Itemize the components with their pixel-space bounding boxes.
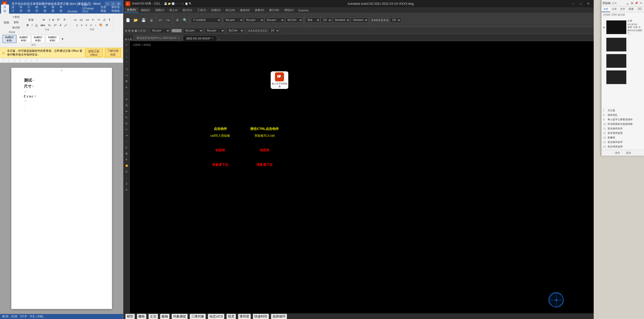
cad-menu-insert[interactable]: 插入(I)	[167, 8, 180, 13]
cad-menu-format[interactable]: 格式(O)	[180, 8, 195, 13]
font-name-cad[interactable]: 黑体	[305, 18, 320, 23]
copy-btn[interactable]: 复制	[11, 20, 21, 25]
clip-text-14[interactable]: 14 安全操作技术	[603, 140, 642, 144]
cad-tool-hatch[interactable]: ⊞	[124, 78, 129, 84]
cad-tool-text[interactable]: A	[124, 84, 129, 90]
cad-tool-explode[interactable]: 💥	[124, 163, 129, 168]
cad-menu-window[interactable]: 窗口(W)	[267, 8, 282, 13]
clip-text-10[interactable]: 10 作业现场安全急患排除	[603, 122, 642, 126]
tab-new-btn[interactable]: ⊕	[125, 38, 127, 41]
clipboard-add-btn[interactable]: 添加	[624, 151, 632, 155]
cad-doc-tab-2-close[interactable]: ✕	[212, 37, 214, 40]
cad-doc-tab-1-close[interactable]: ✕	[177, 37, 179, 39]
cad-tool-rect[interactable]: ▭	[124, 72, 129, 78]
clipboard-close-btn[interactable]: ✕	[639, 1, 643, 5]
status-grid[interactable]: 栅格	[137, 314, 146, 319]
cad-tool-scale[interactable]: ⊡	[124, 121, 129, 126]
cad-tool-offset[interactable]: ⊏	[124, 145, 129, 150]
cad-tool-block[interactable]: ⊡	[124, 169, 129, 174]
paste-btn[interactable]: 粘贴	[3, 20, 11, 25]
status-polar[interactable]: 极轴	[160, 314, 170, 319]
clip-filter-file[interactable]: 文件	[619, 7, 627, 12]
cad-menu-express[interactable]: Express	[296, 8, 311, 12]
cad-menu-modify[interactable]: 修改(M)	[237, 8, 252, 13]
font-shrink-btn[interactable]: A⁻	[62, 17, 68, 22]
clipboard-collapse-btn[interactable]: 🗕	[625, 1, 629, 5]
show-marks-btn[interactable]: ¶	[107, 18, 111, 22]
cad-tool-arc[interactable]: ⌒	[124, 60, 129, 66]
style-h3[interactable]: AaBbC标题3	[46, 35, 59, 43]
clip-text-15[interactable]: 15 安全用具使用	[603, 145, 642, 149]
cad-tool-rotate[interactable]: ↻	[124, 115, 129, 120]
numbering-btn[interactable]: ≡1	[78, 18, 84, 22]
cad-menu-view[interactable]: 视图(V)	[153, 8, 167, 13]
style-h1[interactable]: AaBbC标题1	[17, 35, 31, 43]
clipboard-item-3[interactable]: ▶	[602, 53, 643, 69]
clipboard-item-1[interactable]: ▶ 步骤: sys:group变量: 列表 左侧Ctrl正在被按下...	[602, 19, 643, 36]
text-style-select2[interactable]: Standard	[351, 18, 368, 23]
clipboard-item-4[interactable]: ▶	[602, 70, 643, 85]
status-ducs[interactable]: 动态UCS	[208, 314, 224, 319]
font-size-cad[interactable]: 100	[321, 18, 332, 23]
clip-text-7[interactable]: 7 灭火器	[603, 109, 642, 113]
status-3dosnap[interactable]: 三维对象	[190, 314, 206, 319]
cad-menu-tools[interactable]: 工具(T)	[195, 8, 209, 13]
scale-select[interactable]: 100	[390, 18, 401, 23]
cad-minimize-btn[interactable]: ─	[570, 1, 577, 6]
tab-baidu[interactable]: 百度网盘	[98, 5, 109, 14]
status-qprop[interactable]: 快捷特性	[253, 314, 269, 319]
indent-decrease-btn[interactable]: ⇤	[91, 17, 96, 22]
subscript-btn[interactable]: X₂	[47, 23, 52, 28]
cad-new-btn[interactable]: 📄	[124, 18, 132, 23]
status-model[interactable]: 模型	[125, 314, 135, 319]
prop-linetype-select[interactable]: ByLayer	[183, 28, 203, 33]
prop-lineweight-select[interactable]: ByLayer	[205, 28, 225, 33]
cad-tool-insert[interactable]: ↓	[124, 175, 129, 180]
status-osnap[interactable]: 对象捕捉	[172, 314, 188, 319]
align-left-btn[interactable]: ≡	[75, 23, 79, 27]
align-center-btn[interactable]: ≡	[80, 23, 84, 27]
border-btn[interactable]: ⊞	[104, 23, 109, 27]
cad-zoom-btn[interactable]: 🔍	[181, 18, 189, 23]
cad-maximize-btn[interactable]: □	[577, 1, 584, 6]
tab-review[interactable]: 审阅	[41, 5, 49, 14]
cad-save-btn[interactable]: 💾	[140, 18, 147, 23]
font-name-select[interactable]: 宋体 微软雅黑	[26, 17, 46, 22]
cad-tool-select[interactable]: ↖	[124, 42, 129, 48]
cut-btn[interactable]: ✂剪切	[11, 15, 21, 20]
clipboard-clear-btn[interactable]: 清空	[613, 151, 621, 155]
cad-tool-circle[interactable]: ○	[124, 54, 129, 60]
tab-pdfxchange[interactable]: PDF-XChange 2012	[80, 3, 98, 14]
layer-lineweight-select[interactable]: ByLayer	[265, 18, 285, 23]
prop-layer-select[interactable]: ByLayer	[150, 28, 170, 33]
prop-plotstyle-select[interactable]: ByColor	[226, 28, 244, 33]
layer-select[interactable]: P-活动家具	[191, 18, 221, 23]
italic-btn[interactable]: I	[30, 23, 34, 27]
status-trans[interactable]: 透明度	[238, 314, 251, 319]
bold-btn[interactable]: B	[25, 23, 30, 27]
tab-settings-btn[interactable]: ⚙	[130, 38, 132, 41]
cad-undo-btn[interactable]: ↩	[157, 18, 164, 23]
cad-canvas[interactable]: [-]俯视/二维线框 A 嵌入文字到剪贴板 点击动作 cad写入剪贴板	[130, 41, 594, 313]
clip-filter-qq[interactable]: QQ	[635, 7, 644, 12]
clipboard-pin-btn[interactable]: 📌	[634, 1, 638, 5]
strikethrough-btn[interactable]: abc	[39, 23, 46, 27]
tab-list-btn[interactable]: ≡	[128, 38, 129, 41]
cad-open-btn[interactable]: 📂	[132, 18, 139, 23]
layer-linetype-select[interactable]: ByLayer	[244, 18, 264, 23]
cad-tool-erase[interactable]: ✕	[124, 157, 129, 162]
style-h2[interactable]: AaBbC标题2	[31, 35, 45, 43]
cad-tool-extend[interactable]: ⇥	[124, 133, 129, 138]
linespacing-btn[interactable]: ↕	[94, 23, 98, 27]
layer-plotstyle-select[interactable]: ByColor	[285, 18, 303, 23]
tab-design[interactable]: 设计	[9, 5, 17, 14]
cad-tool-line[interactable]: /	[124, 48, 129, 54]
cad-tool-array[interactable]: ⊞	[124, 151, 129, 156]
cad-tool-trim[interactable]: ✂	[124, 127, 129, 132]
cad-tool-fillet[interactable]: ⌐	[124, 139, 129, 144]
cad-menu-dim[interactable]: 标注(N)	[223, 8, 237, 13]
cad-doc-tab-1[interactable]: 新信息安全培训中心-2024.06.07 ✕	[133, 35, 183, 41]
font-size-select[interactable]: 12 14 16	[47, 17, 55, 22]
cad-tool-poly[interactable]: ⬡	[124, 66, 129, 72]
cad-menu-param[interactable]: 参数(R)	[252, 8, 267, 13]
